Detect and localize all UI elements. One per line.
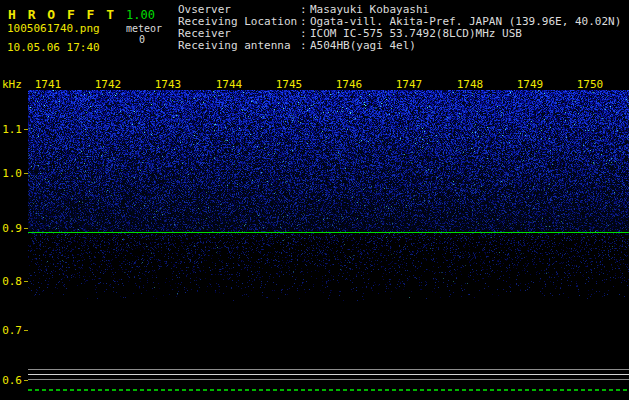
baseline-gray-line [28,379,629,380]
hrofft-screen: H R O F F T1.00 1005061740.png meteor 0 … [0,0,629,400]
y-tick-label: 0.9 [0,222,22,235]
output-filename: 1005061740.png [7,22,100,35]
station-info: Ovserver:Masayuki Kobayashi Receiving Lo… [178,4,621,52]
title-line: H R O F F T1.00 [8,4,155,23]
baseline-gray-line [28,374,629,375]
meteor-counter-value: 0 [139,34,145,45]
y-tick-label: 0.7 [0,324,22,337]
spectrogram-canvas [28,90,629,400]
y-tick-label: 1.1 [0,123,22,136]
meteor-counter-label: meteor [126,23,162,34]
carrier-green-line [28,232,629,233]
app-version: 1.00 [126,8,155,22]
y-tick-label: 1.0 [0,167,22,180]
info-separator: : [300,40,310,52]
y-axis-unit: kHz [2,78,22,91]
info-row-antenna: Receiving antenna:A504HB(yagi 4el) [178,40,621,52]
y-tick-label: 0.6 [0,374,22,387]
y-tick-label: 0.8 [0,275,22,288]
info-label: Receiving antenna [178,40,300,52]
app-title: H R O F F T [8,7,116,22]
minute-marker-dashes [28,389,629,391]
info-value: A504HB(yagi 4el) [310,39,416,52]
record-timestamp: 10.05.06 17:40 [7,41,100,54]
baseline-gray-line [28,369,629,370]
